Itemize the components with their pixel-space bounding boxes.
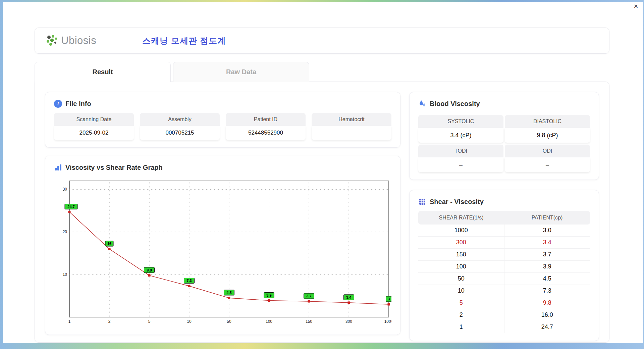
svg-text:24.7: 24.7 <box>67 205 74 209</box>
app-window: × Ubiosis 스캐닝 모세관 점도계 Result Raw Data <box>3 2 643 343</box>
svg-text:3.9: 3.9 <box>266 293 271 297</box>
todi-value: – <box>418 157 503 172</box>
graph-title-row: Viscosity vs Shear Rate Graph <box>54 163 391 171</box>
page-title: 스캐닝 모세관 점도계 <box>142 35 226 46</box>
svg-text:16: 16 <box>107 242 111 246</box>
patient-value: 4.5 <box>504 273 590 285</box>
tab-result[interactable]: Result <box>35 62 171 82</box>
systolic-value: 3.4 (cP) <box>418 128 503 143</box>
odi-value: – <box>505 157 590 172</box>
patient-value: 3.4 <box>504 237 590 248</box>
field-value <box>312 126 391 140</box>
svg-text:30: 30 <box>63 187 67 192</box>
patient-value: 16.0 <box>504 309 590 321</box>
viscosity-chart: 1020301251050100150300100024.7169.87.34.… <box>56 177 391 327</box>
table-row: 124.7 <box>418 321 590 333</box>
shear-viscosity-title-row: Shear - Viscosity <box>418 198 590 206</box>
info-icon: i <box>54 100 62 108</box>
file-info-fields: Scanning Date 2025-09-02 Assembly 000705… <box>54 113 391 140</box>
field-assembly: Assembly 000705215 <box>140 113 220 140</box>
shear-table-body: 10003.03003.41503.71003.9504.5107.359.82… <box>418 225 590 333</box>
field-value: 52448552900 <box>226 126 306 140</box>
patient-value: 3.9 <box>504 261 590 272</box>
table-row: 216.0 <box>418 309 590 321</box>
blood-viscosity-panel: Blood Viscosity SYSTOLIC DIASTOLIC 3.4 (… <box>409 92 599 180</box>
table-row: 59.8 <box>418 297 590 309</box>
shear-viscosity-table: SHEAR RATE(1/s) PATIENT(cp) 10003.03003.… <box>418 211 590 333</box>
field-hematocrit: Hematocrit <box>312 113 391 140</box>
column-shear-rate: SHEAR RATE(1/s) <box>418 211 504 225</box>
shear-rate-value: 1 <box>418 321 504 333</box>
todi-label: TODI <box>418 145 503 157</box>
shear-rate-value: 10 <box>418 285 504 297</box>
shear-viscosity-title: Shear - Viscosity <box>430 198 484 206</box>
column-patient: PATIENT(cp) <box>504 211 590 225</box>
field-label: Hematocrit <box>312 113 391 126</box>
svg-text:3.4: 3.4 <box>346 295 352 299</box>
file-info-panel: i File Info Scanning Date 2025-09-02 Ass… <box>45 92 400 148</box>
table-header-row: SHEAR RATE(1/s) PATIENT(cp) <box>418 211 590 225</box>
right-column: Blood Viscosity SYSTOLIC DIASTOLIC 3.4 (… <box>409 92 599 332</box>
field-value: 2025-09-02 <box>54 126 134 140</box>
diastolic-label: DIASTOLIC <box>505 115 590 128</box>
patient-value: 3.7 <box>504 249 590 260</box>
bar-chart-icon <box>54 163 62 171</box>
logo-dots-icon <box>45 34 58 47</box>
svg-text:300: 300 <box>345 319 352 324</box>
svg-text:150: 150 <box>306 319 312 324</box>
table-row: 1003.9 <box>418 261 590 273</box>
field-label: Scanning Date <box>54 113 134 126</box>
brand-logo: Ubiosis <box>45 34 122 47</box>
chart-container: 1020301251050100150300100024.7169.87.34.… <box>54 177 391 327</box>
droplets-icon <box>418 100 426 108</box>
svg-text:10: 10 <box>63 272 67 277</box>
shear-rate-value: 5 <box>418 297 504 309</box>
table-icon <box>418 198 426 206</box>
table-row: 3003.4 <box>418 237 590 249</box>
graph-title: Viscosity vs Shear Rate Graph <box>65 164 163 171</box>
content-card: i File Info Scanning Date 2025-09-02 Ass… <box>35 82 609 343</box>
field-patient-id: Patient ID 52448552900 <box>226 113 306 140</box>
shear-rate-value: 300 <box>418 237 504 248</box>
shear-viscosity-panel: Shear - Viscosity SHEAR RATE(1/s) PATIEN… <box>409 190 599 341</box>
table-row: 1503.7 <box>418 249 590 261</box>
tab-bar: Result Raw Data <box>35 62 309 82</box>
field-value: 000705215 <box>140 126 220 140</box>
tab-raw-data[interactable]: Raw Data <box>173 62 309 82</box>
field-label: Patient ID <box>226 113 306 126</box>
svg-text:5: 5 <box>148 319 151 324</box>
field-label: Assembly <box>140 113 220 126</box>
table-row: 10003.0 <box>418 225 590 237</box>
file-info-title: File Info <box>65 100 91 108</box>
svg-text:50: 50 <box>227 319 231 324</box>
svg-text:9.8: 9.8 <box>147 268 152 272</box>
systolic-label: SYSTOLIC <box>418 115 503 128</box>
svg-text:100: 100 <box>266 319 272 324</box>
left-column: i File Info Scanning Date 2025-09-02 Ass… <box>45 92 400 332</box>
patient-value: 3.0 <box>504 225 590 236</box>
patient-value: 7.3 <box>504 285 590 297</box>
table-row: 504.5 <box>418 273 590 285</box>
graph-panel: Viscosity vs Shear Rate Graph 1020301251… <box>45 156 400 335</box>
brand-name: Ubiosis <box>61 35 96 47</box>
app-header: Ubiosis 스캐닝 모세관 점도계 <box>35 28 609 54</box>
blood-viscosity-title: Blood Viscosity <box>430 100 480 108</box>
blood-viscosity-grid: SYSTOLIC DIASTOLIC 3.4 (cP) 9.8 (cP) TOD… <box>418 113 590 172</box>
diastolic-value: 9.8 (cP) <box>505 128 590 143</box>
svg-text:1: 1 <box>68 319 71 324</box>
svg-text:7.3: 7.3 <box>186 279 192 283</box>
shear-rate-value: 1000 <box>418 225 504 236</box>
patient-value: 9.8 <box>504 297 590 309</box>
shear-rate-value: 50 <box>418 273 504 285</box>
svg-text:20: 20 <box>63 230 67 234</box>
patient-value: 24.7 <box>504 321 590 333</box>
file-info-title-row: i File Info <box>54 100 391 108</box>
svg-text:1000: 1000 <box>384 319 391 324</box>
svg-text:3.7: 3.7 <box>306 294 311 298</box>
svg-text:3: 3 <box>388 297 390 301</box>
shear-rate-value: 100 <box>418 261 504 272</box>
close-button[interactable]: × <box>631 2 641 11</box>
field-scanning-date: Scanning Date 2025-09-02 <box>54 113 134 140</box>
table-row: 107.3 <box>418 285 590 297</box>
shear-rate-value: 2 <box>418 309 504 321</box>
